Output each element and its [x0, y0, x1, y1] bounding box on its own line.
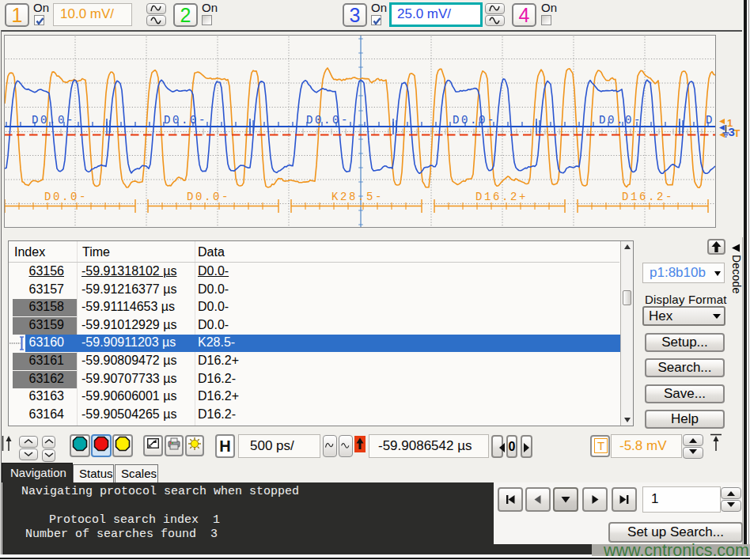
svg-text:D0.0-: D0.0- — [306, 114, 350, 127]
svg-text:D: D — [706, 114, 714, 127]
svg-text:D16.2-: D16.2- — [622, 191, 674, 203]
svg-text:D0.0-: D0.0- — [44, 191, 88, 203]
svg-text:D0.0-: D0.0- — [164, 114, 207, 127]
svg-text:D0.0-: D0.0- — [599, 114, 642, 127]
svg-text:D0.0-: D0.0- — [32, 114, 75, 127]
svg-text:K28.5-: K28.5- — [331, 191, 384, 203]
svg-text:T: T — [734, 127, 741, 139]
svg-text:D0.0-: D0.0- — [187, 191, 230, 203]
svg-text:D0.0-: D0.0- — [453, 114, 496, 127]
svg-text:D16.2+: D16.2+ — [475, 191, 528, 203]
